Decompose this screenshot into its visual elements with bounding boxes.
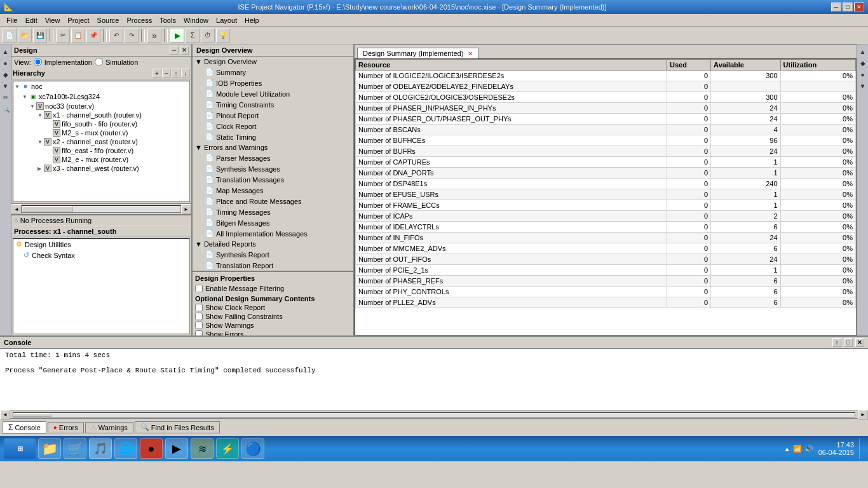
expand-xc7[interactable]: ▼ <box>22 94 29 100</box>
menu-item-help[interactable]: Help <box>241 15 263 25</box>
ov-static-timing[interactable]: 📄 Static Timing <box>193 132 353 142</box>
taskbar-app-play[interactable]: ▶ <box>165 438 188 459</box>
overview-section-header-errors[interactable]: ▼ Errors and Warnings <box>193 142 353 152</box>
taskbar-app-cmd[interactable]: ⚡ <box>216 438 239 459</box>
minimize-button[interactable]: ─ <box>831 3 841 11</box>
menu-item-source[interactable]: Source <box>93 15 123 25</box>
overview-section-header-detailed[interactable]: ▼ Detailed Reports <box>193 239 353 249</box>
taskbar-app-ie[interactable]: 🌐 <box>114 438 137 459</box>
console-expand[interactable]: ↕ <box>832 338 841 347</box>
ov-parser-msg[interactable]: 📄 Parser Messages <box>193 152 353 163</box>
tb-cut[interactable]: ✂ <box>56 29 70 43</box>
right-icon-1[interactable]: ▲ <box>858 47 867 56</box>
systray-net[interactable]: 📶 <box>793 445 802 453</box>
tree-item-m2e[interactable]: V M2_e - mux (router.v) <box>13 155 189 164</box>
taskbar-app-chrome[interactable]: 🔵 <box>241 438 264 459</box>
show-clock-checkbox[interactable] <box>195 304 203 311</box>
table-row[interactable]: Number of OLOGICE2/OLOGICE3/OSERDESE2s 0… <box>356 92 856 103</box>
taskbar-app-explorer[interactable]: 📁 <box>38 438 61 459</box>
process-item-check-syntax[interactable]: ↺ Check Syntax <box>13 250 189 261</box>
ov-pinout[interactable]: 📄 Pinout Report <box>193 110 353 121</box>
table-row[interactable]: Number of PHASER_OUT/PHASER_OUT_PHYs 0 2… <box>356 114 856 125</box>
ov-bitgen-msg[interactable]: 📄 Bitgen Messages <box>193 217 353 228</box>
expand-x2[interactable]: ▼ <box>37 139 44 145</box>
tree-item-x2[interactable]: ▼ V x2 - channel_east (router.v) <box>13 137 189 146</box>
show-warnings-checkbox[interactable] <box>195 322 203 329</box>
close-button[interactable]: ✕ <box>854 3 864 11</box>
tree-item-x1[interactable]: ▼ V x1 - channel_south (router.v) <box>13 111 189 119</box>
impl-radio[interactable] <box>34 58 42 66</box>
table-row[interactable]: Number of DNA_PORTs 0 1 0% <box>356 168 856 179</box>
ov-clock-report[interactable]: 📄 Clock Report <box>193 121 353 132</box>
hier-tb-2[interactable]: − <box>162 69 171 78</box>
tree-item-fifo-south[interactable]: V fifo_south - fifo (router.v) <box>13 119 189 128</box>
console-scroll-left[interactable]: ◄ <box>0 410 10 420</box>
tb-impl[interactable]: ▶ <box>170 29 184 43</box>
systray-vol[interactable]: 🔊 <box>804 445 813 453</box>
menu-item-window[interactable]: Window <box>180 15 212 25</box>
tab-close-design-summary[interactable]: ✕ <box>468 50 473 57</box>
scroll-right[interactable]: ► <box>181 204 191 214</box>
menu-item-edit[interactable]: Edit <box>22 15 41 25</box>
h-scrollbar-thumb[interactable] <box>22 206 73 212</box>
console-close[interactable]: ✕ <box>855 338 864 347</box>
start-button[interactable]: ⊞ <box>4 438 36 459</box>
panel-close[interactable]: ✕ <box>180 46 189 55</box>
table-row[interactable]: Number of IN_FIFOs 0 24 0% <box>356 233 856 243</box>
bottom-tab-console[interactable]: Σ Console <box>3 421 46 434</box>
bottom-tab-find[interactable]: 🔍 Find in Files Results <box>135 421 220 433</box>
tb-sigma[interactable]: Σ <box>186 29 200 43</box>
hier-tb-4[interactable]: ↓ <box>181 69 190 78</box>
console-maximize[interactable]: □ <box>844 338 853 347</box>
tb-save[interactable]: 💾 <box>33 29 47 43</box>
ov-translation-report[interactable]: 📄 Translation Report <box>193 260 353 271</box>
sim-radio[interactable] <box>95 58 103 66</box>
tb-new[interactable]: 📄 <box>3 29 17 43</box>
show-failing-checkbox[interactable] <box>195 313 203 320</box>
hier-tb-1[interactable]: + <box>153 69 161 78</box>
side-icon-6[interactable]: 🔍 <box>1 104 10 113</box>
console-scroll-right[interactable]: ► <box>858 410 868 420</box>
tb-paste[interactable]: 📌 <box>86 29 100 43</box>
ov-timing-constraints[interactable]: 📄 Timing Constraints <box>193 99 353 110</box>
expand-x1[interactable]: ▼ <box>37 112 44 118</box>
table-row[interactable]: Number of BUFRs 0 24 0% <box>356 146 856 157</box>
expand-noc[interactable]: ▼ <box>15 84 21 90</box>
table-row[interactable]: Number of BSCANs 0 4 0% <box>356 125 856 135</box>
process-item-design-utilities[interactable]: ⚙ Design Utilities <box>13 239 189 250</box>
systray-arrow[interactable]: ▲ <box>784 445 790 452</box>
table-row[interactable]: Number of PHASER_REFs 0 6 0% <box>356 276 856 287</box>
side-icon-5[interactable]: ✏ <box>1 93 10 102</box>
ov-map-msg[interactable]: 📄 Map Messages <box>193 185 353 196</box>
table-row[interactable]: Number of ICAPs 0 2 0% <box>356 211 856 222</box>
taskbar-app-store[interactable]: 🛒 <box>64 438 86 459</box>
console-scrollbar-thumb[interactable] <box>13 413 51 417</box>
expand-x3[interactable]: ▶ <box>37 166 44 172</box>
bottom-tab-errors[interactable]: ● Errors <box>48 422 84 433</box>
h-scrollbar-track[interactable] <box>22 205 181 213</box>
ov-module-level[interactable]: 📄 Module Level Utilization <box>193 88 353 99</box>
tb-expand[interactable]: » <box>147 29 161 43</box>
side-icon-4[interactable]: ▼ <box>1 81 10 90</box>
side-icon-3[interactable]: ◆ <box>1 70 10 79</box>
right-icon-4[interactable]: ▼ <box>858 81 867 90</box>
menu-item-layout[interactable]: Layout <box>212 15 241 25</box>
side-icon-1[interactable]: ▲ <box>1 47 10 56</box>
bottom-tab-warnings[interactable]: ⚠ Warnings <box>85 422 133 433</box>
ov-summary[interactable]: 📄 Summary <box>193 67 353 78</box>
ov-translation-msg[interactable]: 📄 Translation Messages <box>193 174 353 185</box>
side-icon-2[interactable]: ● <box>1 58 10 67</box>
ov-iob-properties[interactable]: 📄 IOB Properties <box>193 78 353 88</box>
show-errors-checkbox[interactable] <box>195 330 203 336</box>
tree-item-m2s[interactable]: V M2_s - mux (router.v) <box>13 128 189 137</box>
table-row[interactable]: Number of OUT_FIFOs 0 24 0% <box>356 254 856 265</box>
table-row[interactable]: Number of IDELAYCTRLs 0 6 0% <box>356 222 856 233</box>
menu-item-project[interactable]: Project <box>64 15 93 25</box>
tree-item-x3[interactable]: ▶ V x3 - channel_west (router.v) <box>13 164 189 173</box>
table-row[interactable]: Number of DSP48E1s 0 240 0% <box>356 179 856 189</box>
table-row[interactable]: Number of ILOGICE2/ILOGICE3/ISERDESE2s 0… <box>356 71 856 81</box>
menu-item-file[interactable]: File <box>3 15 22 25</box>
taskbar-app-ise[interactable]: ≋ <box>191 438 214 459</box>
ov-par-msg[interactable]: 📄 Place and Route Messages <box>193 196 353 207</box>
menu-item-process[interactable]: Process <box>123 15 156 25</box>
